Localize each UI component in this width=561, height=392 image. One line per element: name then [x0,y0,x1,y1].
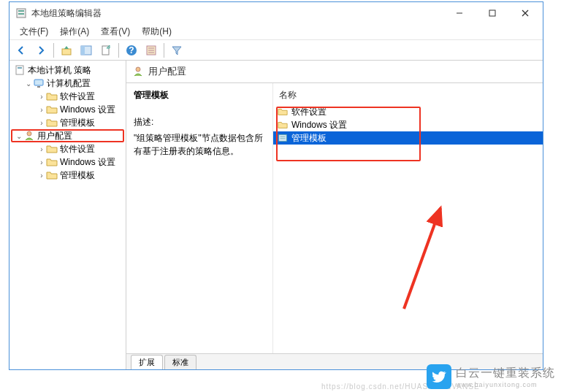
menu-file[interactable]: 文件(F) [14,24,54,39]
list-column: 名称 软件设置 Windows 设置 管理模板 [272,83,543,369]
tree-user-config[interactable]: ⌄ 用户配置 [11,129,124,142]
toolbar-separator [118,43,119,58]
tree-cc-windows[interactable]: ›Windows 设置 [11,103,124,116]
menu-help[interactable]: 帮助(H) [136,24,178,39]
app-window: 本地组策略编辑器 文件(F) 操作(A) 查看(V) 帮助(H) ? 本地计算机… [9,1,543,370]
properties-button[interactable] [142,42,160,59]
tab-extended[interactable]: 扩展 [131,355,163,369]
expand-icon[interactable]: › [37,119,46,127]
expand-icon[interactable]: ⌄ [15,132,23,140]
menubar: 文件(F) 操作(A) 查看(V) 帮助(H) [9,24,543,40]
svg-rect-9 [81,46,85,55]
back-button[interactable] [12,42,30,59]
expand-icon[interactable]: › [37,106,46,114]
expand-icon[interactable]: › [37,172,46,180]
watermark: 白云一键重装系统 www.baiyunxitong.com [427,364,555,389]
content-title: 用户配置 [148,65,186,78]
window-title: 本地组策略编辑器 [31,7,443,20]
folder-icon [46,169,58,181]
body-area: 本地计算机 策略 ⌄ 计算机配置 ›软件设置 ›Windows 设置 ›管理模板… [9,61,543,369]
titlebar: 本地组策略编辑器 [9,2,543,24]
tree-computer-config[interactable]: ⌄ 计算机配置 [11,77,124,90]
user-icon [23,130,35,142]
list-item-software[interactable]: 软件设置 [273,105,543,118]
expand-icon[interactable]: › [37,158,46,166]
svg-text:?: ? [129,45,134,55]
svg-rect-23 [279,135,287,142]
folder-icon [46,91,58,102]
tree-uc-software[interactable]: ›软件设置 [11,142,124,155]
svg-point-22 [136,67,140,72]
app-icon [15,7,27,19]
minimize-button[interactable] [443,3,476,23]
tree-pane[interactable]: 本地计算机 策略 ⌄ 计算机配置 ›软件设置 ›Windows 设置 ›管理模板… [9,61,126,369]
list-header-name[interactable]: 名称 [273,86,543,105]
folder-icon [46,143,58,155]
description-column: 管理模板 描述: "组策略管理模板"节点数据包含所有基于注册表的策略信息。 [126,83,272,369]
menu-view[interactable]: 查看(V) [95,24,136,39]
policy-icon [14,64,26,76]
toolbar-separator [164,43,164,58]
content-pane: 用户配置 管理模板 描述: "组策略管理模板"节点数据包含所有基于注册表的策略信… [126,61,543,369]
menu-action[interactable]: 操作(A) [54,24,95,39]
tree-uc-templates[interactable]: ›管理模板 [11,169,124,182]
tree-root[interactable]: 本地计算机 策略 [11,64,124,77]
expand-icon[interactable]: › [37,145,46,153]
filter-button[interactable] [168,42,186,59]
tree-cc-software[interactable]: ›软件设置 [11,90,124,103]
svg-rect-17 [16,66,23,74]
section-name: 管理模板 [134,89,265,101]
watermark-url: www.baiyunxitong.com [456,381,555,388]
forward-button[interactable] [32,42,50,59]
tree-cc-templates[interactable]: ›管理模板 [11,116,124,129]
watermark-badge-icon [427,364,451,389]
toolbar-separator [53,43,54,58]
content-body: 管理模板 描述: "组策略管理模板"节点数据包含所有基于注册表的策略信息。 名称… [126,83,543,369]
svg-rect-18 [18,67,22,69]
svg-rect-20 [37,86,40,88]
svg-rect-2 [18,13,24,15]
svg-rect-1 [18,10,24,12]
export-button[interactable] [97,42,115,59]
maximize-button[interactable] [476,3,508,23]
content-header: 用户配置 [126,61,543,82]
watermark-text: 白云一键重装系统 [456,366,555,381]
tree-uc-windows[interactable]: ›Windows 设置 [11,155,124,169]
expand-icon[interactable]: ⌄ [24,80,33,88]
templates-icon [278,133,288,143]
help-button[interactable]: ? [123,42,140,59]
window-controls [443,3,541,23]
svg-rect-19 [34,80,43,85]
list-item-templates[interactable]: 管理模板 [273,131,543,145]
folder-icon [46,117,58,128]
folder-icon [46,156,58,168]
folder-icon [278,107,288,117]
list-item-windows[interactable]: Windows 设置 [273,118,543,131]
folder-icon [278,120,288,130]
toolbar: ? [9,40,543,61]
description-label: 描述: [134,116,265,128]
svg-rect-4 [489,10,495,16]
description-text: "组策略管理模板"节点数据包含所有基于注册表的策略信息。 [134,131,265,158]
up-button[interactable] [58,42,75,59]
tab-standard[interactable]: 标准 [164,355,196,369]
expand-icon[interactable]: › [37,93,46,101]
show-hide-tree-button[interactable] [77,42,95,59]
svg-point-21 [27,131,31,136]
user-icon [132,66,144,77]
close-button[interactable] [508,3,541,23]
computer-icon [33,77,45,89]
svg-rect-7 [62,49,71,55]
folder-icon [46,104,58,115]
